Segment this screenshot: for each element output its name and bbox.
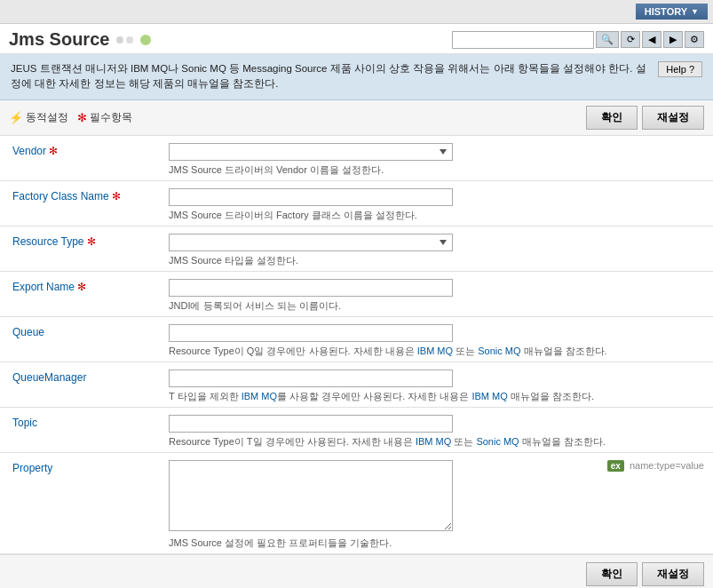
queue-sonic-mq-link[interactable]: Sonic MQ: [478, 346, 520, 356]
vendor-required: ✻: [49, 145, 58, 157]
factory-class-label: Factory Class Name ✻: [0, 181, 169, 226]
bottom-toolbar: 확인 재설정: [0, 554, 713, 589]
top-bar: HISTORY ▼: [0, 0, 713, 24]
queue-manager-input[interactable]: [169, 369, 453, 387]
vendor-content: JMS Source 드라이버의 Vendor 이름을 설정한다.: [169, 136, 713, 180]
queue-row: Queue Resource Type이 Q일 경우에만 사용된다. 자세한 내…: [0, 317, 713, 362]
form-area: Vendor ✻ JMS Source 드라이버의 Vendor 이름을 설정한…: [0, 136, 713, 554]
header-wrapper: Jms Source 🔍 ⟳ ◀ ▶ ⚙: [0, 24, 713, 54]
vendor-hint: JMS Source 드라이버의 Vendor 이름을 설정한다.: [169, 163, 704, 177]
required-icon: ✻: [77, 111, 87, 124]
qm-ibm-mq-link[interactable]: IBM MQ: [242, 391, 277, 401]
refresh-icon-btn[interactable]: ⟳: [621, 31, 640, 48]
resource-type-label: Resource Type ✻: [0, 226, 169, 271]
export-name-label: Export Name ✻: [0, 272, 169, 316]
ex-text: name:type=value: [630, 460, 704, 471]
history-label: HISTORY: [645, 6, 687, 17]
decorative-dot-2: [126, 36, 133, 44]
factory-class-row: Factory Class Name ✻ JMS Source 드라이버의 Fa…: [0, 181, 713, 226]
topic-hint: Resource Type이 T일 경우에만 사용된다. 자세한 내용은 IBM…: [169, 435, 704, 449]
queue-ibm-mq-link[interactable]: IBM MQ: [417, 346, 453, 356]
topic-content: Resource Type이 T일 경우에만 사용된다. 자세한 내용은 IBM…: [169, 408, 713, 452]
export-name-row: Export Name ✻ JNDI에 등록되어 서비스 되는 이름이다.: [0, 272, 713, 317]
queue-input[interactable]: [169, 324, 453, 342]
ex-badge: ex: [607, 460, 624, 472]
factory-class-content: JMS Source 드라이버의 Factory 클래스 이름을 설정한다.: [169, 181, 713, 226]
resource-type-content: JMS Source 타입을 설정한다.: [169, 226, 713, 271]
export-name-content: JNDI에 등록되어 서비스 되는 이름이다.: [169, 272, 713, 316]
queue-content: Resource Type이 Q일 경우에만 사용된다. 자세한 내용은 IBM…: [169, 317, 713, 362]
required-label: 필수항목: [90, 111, 132, 124]
resource-type-required: ✻: [87, 235, 96, 248]
reset-button[interactable]: 재설정: [642, 106, 704, 130]
toolbar: ⚡ 동적설정 ✻ 필수항목 확인 재설정: [0, 100, 713, 136]
forward-icon-btn[interactable]: ▶: [663, 31, 683, 48]
queue-hint: Resource Type이 Q일 경우에만 사용된다. 자세한 내용은 IBM…: [169, 345, 704, 358]
resource-type-row: Resource Type ✻ JMS Source 타입을 설정한다.: [0, 226, 713, 272]
history-button[interactable]: HISTORY ▼: [636, 4, 708, 20]
property-ex-hint: ex name:type=value: [462, 453, 713, 553]
search-icon-btn[interactable]: 🔍: [596, 31, 619, 48]
queue-manager-label: QueueManager: [0, 362, 169, 407]
property-row: Property JMS Source 설정에 필요한 프로퍼티들을 기술한다.…: [0, 453, 713, 554]
export-required: ✻: [77, 281, 86, 293]
resource-type-select[interactable]: [169, 234, 453, 251]
topic-input[interactable]: [169, 415, 453, 433]
header-icons: 🔍 ⟳ ◀ ▶ ⚙: [452, 31, 704, 49]
decorative-dot-1: [116, 36, 123, 44]
vendor-row: Vendor ✻ JMS Source 드라이버의 Vendor 이름을 설정한…: [0, 136, 713, 181]
confirm-button[interactable]: 확인: [586, 106, 638, 130]
property-hint: JMS Source 설정에 필요한 프로퍼티들을 기술한다.: [169, 536, 453, 550]
back-icon-btn[interactable]: ◀: [642, 31, 662, 48]
topic-row: Topic Resource Type이 T일 경우에만 사용된다. 자세한 내…: [0, 408, 713, 453]
topic-sonic-mq-link[interactable]: Sonic MQ: [476, 436, 519, 447]
header-area: Jms Source 🔍 ⟳ ◀ ▶ ⚙: [0, 24, 713, 54]
factory-class-hint: JMS Source 드라이버의 Factory 클래스 이름을 설정한다.: [169, 209, 704, 222]
queue-manager-content: T 타입을 제외한 IBM MQ를 사용할 경우에만 사용된다. 자세한 내용은…: [169, 362, 713, 407]
bottom-reset-button[interactable]: 재설정: [642, 562, 704, 586]
toolbar-right: 확인 재설정: [586, 106, 704, 130]
help-button[interactable]: Help ?: [658, 61, 702, 77]
vendor-label: Vendor ✻: [0, 136, 169, 180]
dynamic-label: 동적설정: [26, 111, 68, 124]
qm-ibm-mq-manual-link[interactable]: IBM MQ: [471, 391, 507, 401]
search-input[interactable]: [452, 31, 594, 49]
green-dot: [140, 35, 151, 45]
queue-label: Queue: [0, 317, 169, 362]
vendor-select[interactable]: [169, 143, 453, 161]
chevron-down-icon: ▼: [691, 7, 699, 16]
topic-label: Topic: [0, 408, 169, 452]
property-label: Property: [0, 453, 169, 553]
export-name-input[interactable]: [169, 279, 453, 297]
topic-ibm-mq-link[interactable]: IBM MQ: [416, 436, 451, 447]
property-content: JMS Source 설정에 필요한 프로퍼티들을 기술한다.: [169, 453, 462, 553]
factory-class-input[interactable]: [169, 188, 453, 206]
description-bar: JEUS 트랜잭션 매니저와 IBM MQ나 Sonic MQ 등 Messag…: [0, 54, 713, 100]
resource-type-hint: JMS Source 타입을 설정한다.: [169, 254, 704, 267]
factory-required: ✻: [112, 190, 121, 203]
dynamic-icon: ⚡: [9, 111, 23, 124]
page-title: Jms Source: [9, 29, 109, 50]
bottom-confirm-button[interactable]: 확인: [586, 562, 638, 586]
property-textarea[interactable]: [169, 460, 453, 531]
required-item: ✻ 필수항목: [77, 111, 132, 124]
export-name-hint: JNDI에 등록되어 서비스 되는 이름이다.: [169, 299, 704, 313]
queue-manager-row: QueueManager T 타입을 제외한 IBM MQ를 사용할 경우에만 …: [0, 362, 713, 408]
queue-manager-hint: T 타입을 제외한 IBM MQ를 사용할 경우에만 사용된다. 자세한 내용은…: [169, 390, 704, 403]
settings-icon-btn[interactable]: ⚙: [685, 31, 704, 48]
dynamic-setting-item: ⚡ 동적설정: [9, 111, 68, 124]
toolbar-left: ⚡ 동적설정 ✻ 필수항목: [9, 111, 132, 124]
description-text: JEUS 트랜잭션 매니저와 IBM MQ나 Sonic MQ 등 Messag…: [11, 61, 649, 92]
